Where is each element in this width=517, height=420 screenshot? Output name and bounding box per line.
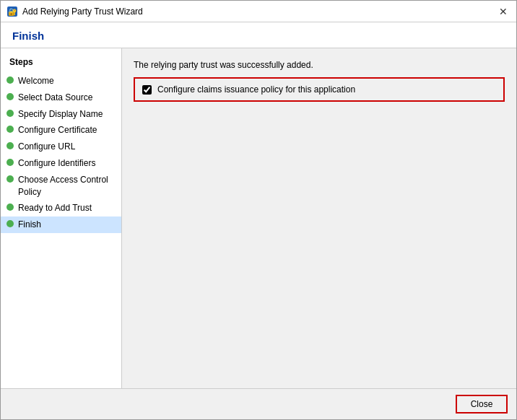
main-panel: The relying party trust was successfully… bbox=[122, 48, 516, 388]
configure-policy-box: Configure claims issuance policy for thi… bbox=[134, 77, 505, 102]
sidebar-label-finish: Finish bbox=[18, 219, 41, 231]
sidebar: Steps Welcome Select Data Source Specify… bbox=[1, 48, 122, 388]
configure-policy-label: Configure claims issuance policy for thi… bbox=[157, 84, 355, 95]
sidebar-label-identifiers: Configure Identifiers bbox=[18, 157, 95, 170]
sidebar-heading: Steps bbox=[1, 57, 121, 73]
page-title: Finish bbox=[12, 30, 505, 42]
sidebar-label-welcome: Welcome bbox=[18, 75, 54, 87]
sidebar-item-data-source: Select Data Source bbox=[1, 89, 121, 106]
sidebar-item-access-control: Choose Access Control Policy bbox=[1, 172, 121, 201]
sidebar-label-ready: Ready to Add Trust bbox=[18, 202, 92, 214]
title-bar-text: Add Relying Party Trust Wizard bbox=[22, 6, 496, 17]
wizard-window: 🔐 Add Relying Party Trust Wizard ✕ Finis… bbox=[0, 0, 517, 420]
step-dot-ready bbox=[6, 204, 14, 211]
content-area: Steps Welcome Select Data Source Specify… bbox=[1, 48, 516, 388]
window-icon: 🔐 bbox=[6, 6, 18, 17]
step-dot-finish bbox=[6, 220, 14, 227]
sidebar-item-identifiers: Configure Identifiers bbox=[1, 155, 121, 172]
title-bar: 🔐 Add Relying Party Trust Wizard ✕ bbox=[1, 1, 516, 22]
step-dot-certificate bbox=[6, 126, 14, 133]
sidebar-label-certificate: Configure Certificate bbox=[18, 124, 97, 136]
close-window-button[interactable]: ✕ bbox=[496, 4, 511, 19]
sidebar-item-certificate: Configure Certificate bbox=[1, 122, 121, 139]
sidebar-label-data-source: Select Data Source bbox=[18, 92, 92, 104]
close-button[interactable]: Close bbox=[456, 395, 508, 414]
sidebar-item-display-name: Specify Display Name bbox=[1, 106, 121, 123]
sidebar-label-display-name: Specify Display Name bbox=[18, 108, 103, 121]
svg-text:🔐: 🔐 bbox=[8, 7, 17, 17]
step-dot-data-source bbox=[6, 93, 14, 100]
footer: Close bbox=[1, 388, 516, 419]
page-header: Finish bbox=[1, 22, 516, 48]
step-dot-identifiers bbox=[6, 159, 14, 166]
sidebar-label-url: Configure URL bbox=[18, 141, 75, 153]
sidebar-item-url: Configure URL bbox=[1, 139, 121, 155]
step-dot-access-control bbox=[6, 175, 14, 183]
success-message: The relying party trust was successfully… bbox=[134, 60, 505, 70]
sidebar-item-finish: Finish bbox=[1, 216, 121, 233]
configure-policy-checkbox[interactable] bbox=[142, 85, 152, 95]
sidebar-item-ready: Ready to Add Trust bbox=[1, 200, 121, 216]
step-dot-url bbox=[6, 142, 14, 149]
step-dot-welcome bbox=[6, 76, 14, 84]
step-dot-display-name bbox=[6, 110, 14, 117]
sidebar-label-access-control: Choose Access Control Policy bbox=[18, 174, 113, 198]
sidebar-item-welcome: Welcome bbox=[1, 73, 121, 89]
